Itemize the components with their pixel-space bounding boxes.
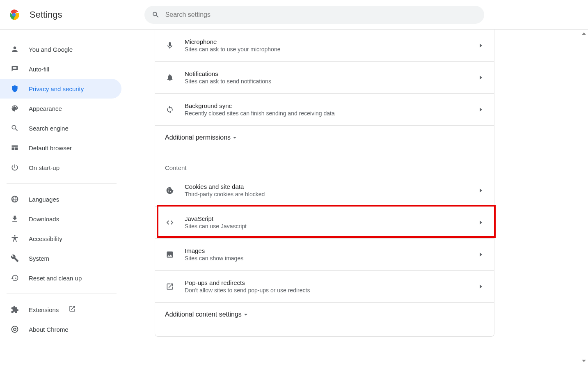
power-icon [11,163,19,172]
chrome-icon [11,325,19,333]
content-row-images[interactable]: ImagesSites can show images [155,239,494,271]
search-icon [11,124,19,132]
sidebar-item-label: Extensions [29,306,59,313]
external-link-icon [69,305,76,312]
extension-icon [11,305,19,314]
permission-row-background-sync[interactable]: Background syncRecently closed sites can… [155,94,494,126]
permission-title: Notifications [185,70,478,77]
sidebar-divider [7,183,117,184]
code-icon [166,218,174,227]
sidebar-item-label: Search engine [29,125,69,132]
chevron-down-icon [242,310,250,319]
sidebar-item-search-engine[interactable]: Search engine [0,118,121,138]
scroll-down-indicator[interactable] [581,358,587,364]
mic-icon [166,41,174,50]
search-box[interactable] [144,6,484,24]
wrench-icon [11,254,19,262]
image-icon [166,250,174,259]
sidebar-item-label: Downloads [29,216,59,223]
sidebar-item-label: Default browser [29,145,72,152]
content-title: Images [185,247,478,254]
popup-icon [166,282,174,291]
permission-subtitle: Recently closed sites can finish sending… [185,110,478,117]
arrow-right-icon [478,106,484,113]
header: Settings [0,0,588,30]
sidebar-item-label: Reset and clean up [29,275,82,282]
globe-icon [11,195,19,203]
cookie-icon [166,186,174,195]
content-row-popups[interactable]: Pop-ups and redirectsDon't allow sites t… [155,271,494,303]
search-icon [152,11,160,19]
person-icon [11,45,19,53]
additional-permissions-expand[interactable]: Additional permissions [155,126,494,149]
chrome-logo-icon [8,9,20,21]
content-section-label: Content [155,149,494,174]
download-icon [11,215,19,223]
content-title: Pop-ups and redirects [185,279,478,286]
sidebar-item-label: Languages [29,196,59,203]
content-row-cookies[interactable]: Cookies and site dataThird-party cookies… [155,174,494,207]
content-subtitle: Third-party cookies are blocked [185,191,478,197]
autofill-icon [11,65,19,73]
sidebar-item-label: Auto-fill [29,66,49,73]
sidebar-item-system[interactable]: System [0,248,121,268]
content-title: Cookies and site data [185,183,478,190]
sidebar-item-label: About Chrome [29,326,69,333]
arrow-right-icon [478,219,484,226]
arrow-right-icon [478,283,484,290]
permission-row-microphone[interactable]: MicrophoneSites can ask to use your micr… [155,30,494,62]
sidebar-divider [7,294,117,294]
sidebar-item-label: Appearance [29,105,62,112]
content-row-javascript[interactable]: JavaScriptSites can use Javascript [155,207,494,239]
additional-content-label: Additional content settings [165,311,242,318]
settings-card: MicrophoneSites can ask to use your micr… [155,30,494,337]
content-subtitle: Don't allow sites to send pop-ups or use… [185,287,478,294]
sidebar-item-extensions[interactable]: Extensions [0,300,121,319]
additional-permissions-label: Additional permissions [165,134,231,141]
sidebar-item-privacy-security[interactable]: Privacy and security [0,79,121,99]
sidebar-item-autofill[interactable]: Auto-fill [0,59,121,79]
sidebar-item-reset[interactable]: Reset and clean up [0,268,121,288]
search-input[interactable] [165,11,477,18]
sidebar-item-languages[interactable]: Languages [0,189,121,209]
shield-icon [11,85,19,93]
arrow-right-icon [478,187,484,194]
sidebar-item-label: On start-up [29,164,59,171]
content-subtitle: Sites can show images [185,255,478,262]
sidebar-item-appearance[interactable]: Appearance [0,99,121,118]
browser-icon [11,144,19,152]
sidebar-item-label: Accessibility [29,235,62,242]
permission-title: Background sync [185,102,478,109]
arrow-right-icon [478,74,484,81]
permission-subtitle: Sites can ask to use your microphone [185,46,478,53]
accessibility-icon [11,234,19,243]
sidebar-item-label: System [29,255,49,262]
sidebar-item-downloads[interactable]: Downloads [0,209,121,229]
permission-row-notifications[interactable]: NotificationsSites can ask to send notif… [155,62,494,94]
sidebar-item-accessibility[interactable]: Accessibility [0,229,121,248]
arrow-right-icon [478,42,484,49]
content-subtitle: Sites can use Javascript [185,223,478,230]
palette-icon [11,104,19,112]
permission-subtitle: Sites can ask to send notifications [185,78,478,85]
sidebar: You and GoogleAuto-fillPrivacy and secur… [0,30,123,365]
sync-icon [166,106,174,114]
page-title: Settings [30,9,62,20]
bell-icon [166,73,174,82]
sidebar-item-you-and-google[interactable]: You and Google [0,39,121,59]
chevron-down-icon [231,133,239,142]
main-content: MicrophoneSites can ask to use your micr… [123,30,588,365]
content-title: JavaScript [185,215,478,222]
sidebar-item-on-startup[interactable]: On start-up [0,158,121,177]
sidebar-item-label: You and Google [29,46,73,53]
scroll-up-indicator[interactable] [581,30,587,37]
arrow-right-icon [478,251,484,258]
permission-title: Microphone [185,38,478,45]
restore-icon [11,274,19,282]
sidebar-item-about[interactable]: About Chrome [0,319,121,339]
sidebar-item-default-browser[interactable]: Default browser [0,138,121,158]
sidebar-item-label: Privacy and security [29,85,84,92]
additional-content-expand[interactable]: Additional content settings [155,303,494,326]
